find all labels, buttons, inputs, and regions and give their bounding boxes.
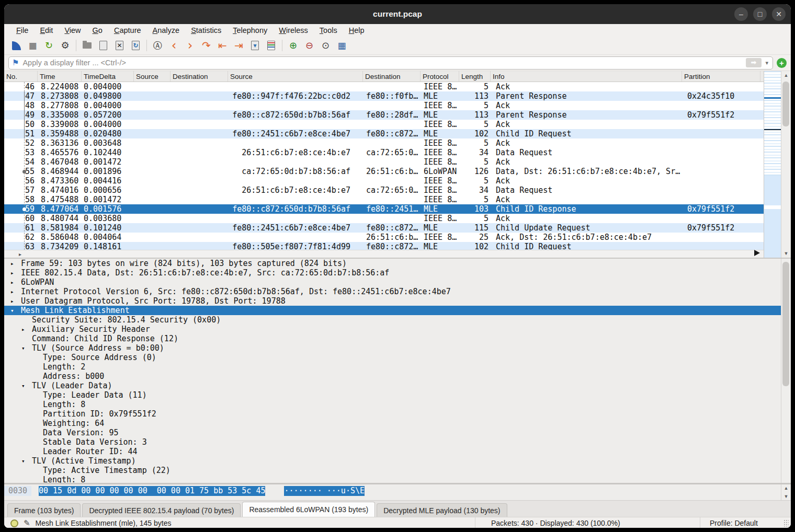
bookmark-icon[interactable]: ⚑ xyxy=(12,59,19,67)
hex-ascii-selected[interactable]: ········ ···u·S\E xyxy=(284,486,365,496)
detail-row[interactable]: ▸User Datagram Protocol, Src Port: 19788… xyxy=(4,296,781,306)
detail-row[interactable]: Type: Source Address (0) xyxy=(4,353,781,362)
scroll-down-icon[interactable]: ▼ xyxy=(781,251,791,256)
packet-row-50[interactable]: 508.3390080.004000IEEE 8…5Ack xyxy=(4,120,764,129)
byte-tab-active[interactable]: Reassembled 6LoWPAN (193 bytes) xyxy=(242,502,375,517)
stop-capture-button[interactable]: ■ xyxy=(25,38,41,53)
column-header-dst[interactable]: Destination xyxy=(363,71,421,82)
go-to-packet-button[interactable]: ↷ xyxy=(198,38,214,53)
packet-row-51[interactable]: 518.3594880.020480fe80::2451:c6b7:e8ce:4… xyxy=(4,129,764,138)
packet-row-63[interactable]: 638.7342090.148161fe80::505e:f807:7f81:4… xyxy=(4,242,764,250)
detail-row[interactable]: Partition ID: 0x79f551f2 xyxy=(4,409,781,419)
expanded-twisty-icon[interactable]: ▾ xyxy=(21,343,32,353)
packet-row-59[interactable]: 598.4770640.001576fe80::c872:650d:b7b8:5… xyxy=(4,204,764,214)
detail-row[interactable]: ▸Auxiliary Security Header xyxy=(4,325,781,334)
collapsed-twisty-icon[interactable]: ▸ xyxy=(10,259,21,268)
byte-tab[interactable]: Frame (103 bytes) xyxy=(7,503,81,517)
maximize-button[interactable]: □ xyxy=(753,7,767,21)
column-header-dst15[interactable]: Destination xyxy=(171,71,228,82)
scrollbar-thumb[interactable] xyxy=(782,82,789,126)
minimize-button[interactable]: – xyxy=(734,7,748,21)
detail-row[interactable]: ▾TLV (Source Address = b0:00) xyxy=(4,343,781,353)
byte-tab[interactable]: Decrypted IEEE 802.15.4 payload (70 byte… xyxy=(82,503,241,517)
detail-row[interactable]: Stable Data Version: 3 xyxy=(4,437,781,447)
packet-row-58[interactable]: 588.4754880.001472IEEE 8…5Ack xyxy=(4,195,764,204)
menu-capture[interactable]: Capture xyxy=(108,26,147,35)
detail-vscrollbar[interactable] xyxy=(781,259,791,483)
find-packet-button[interactable]: Ⓐ xyxy=(150,38,166,53)
scrollbar-thumb[interactable] xyxy=(782,262,789,386)
collapsed-twisty-icon[interactable]: ▸ xyxy=(21,325,32,334)
packet-list-hscrollbar[interactable]: ▸ xyxy=(4,250,764,258)
close-file-button[interactable]: ✕ xyxy=(111,38,128,53)
packet-row-54[interactable]: 548.4670480.001472IEEE 8…5Ack xyxy=(4,157,764,167)
menu-go[interactable]: Go xyxy=(87,26,108,35)
detail-row[interactable]: Length: 8 xyxy=(4,475,781,483)
detail-row[interactable]: Type: Active Timestamp (22) xyxy=(4,466,781,475)
packet-row-61[interactable]: 618.5819840.101240fe80::2451:c6b7:e8ce:4… xyxy=(4,223,764,233)
detail-row[interactable]: Address: b000 xyxy=(4,372,781,381)
resize-columns-button[interactable]: ▦ xyxy=(334,38,350,53)
column-header-info[interactable]: Info xyxy=(491,71,682,82)
colorize-packets-button[interactable] xyxy=(263,38,279,53)
collapsed-twisty-icon[interactable]: ▸ xyxy=(10,268,21,277)
capture-options-button[interactable]: ⚙ xyxy=(57,38,73,53)
resize-grip[interactable] xyxy=(783,519,789,527)
hex-bytes-selected[interactable]: 00 15 0d 00 00 00 00 00 00 00 01 75 bb 5… xyxy=(39,486,265,496)
column-header-len[interactable]: Length xyxy=(459,71,491,82)
column-header-delta[interactable]: TimeDelta xyxy=(82,71,134,82)
column-header-src[interactable]: Source xyxy=(228,71,363,82)
capture-comment-icon[interactable]: ✎ xyxy=(24,518,30,528)
hex-vscrollbar[interactable]: ▲ ▼ xyxy=(781,484,791,500)
collapsed-twisty-icon[interactable]: ▸ xyxy=(10,277,21,287)
zoom-original-button[interactable]: ⊙ xyxy=(317,38,334,53)
zoom-out-button[interactable]: ⊖ xyxy=(301,38,317,53)
detail-row[interactable]: ▸6LoWPAN xyxy=(4,277,781,287)
detail-row[interactable]: Length: 2 xyxy=(4,362,781,372)
menu-tools[interactable]: Tools xyxy=(314,26,343,35)
packet-row-46[interactable]: 468.2240080.004000IEEE 8…5Ack xyxy=(4,82,764,91)
expert-info-icon[interactable] xyxy=(10,519,18,527)
byte-tab[interactable]: Decrypted MLE payload (130 bytes) xyxy=(377,503,507,517)
packet-row-49[interactable]: 498.3350080.057200fe80::c872:650d:b7b8:5… xyxy=(4,110,764,120)
packet-row-60[interactable]: 608.4807440.003680IEEE 8…5Ack xyxy=(4,214,764,223)
packet-row-47[interactable]: 478.2738080.049800fe80::947f:f476:22bc:c… xyxy=(4,91,764,101)
packet-row-57[interactable]: 578.4740160.00065626:51:c6:b7:e8:ce:4b:e… xyxy=(4,186,764,195)
packet-row-62[interactable]: 628.5860480.00406426:51:c6:b…IEEE 8…25Ac… xyxy=(4,233,764,242)
menu-telephony[interactable]: Telephony xyxy=(227,26,273,35)
detail-row[interactable]: Length: 8 xyxy=(4,400,781,409)
expanded-twisty-icon[interactable]: ▾ xyxy=(21,381,32,390)
go-forward-button[interactable]: › xyxy=(182,38,198,53)
hex-row[interactable]: 0030 00 15 0d 00 00 00 00 00 00 00 01 75… xyxy=(4,484,781,500)
scroll-up-icon[interactable]: ▲ xyxy=(781,485,791,491)
detail-row[interactable]: ▸Frame 59: 103 bytes on wire (824 bits),… xyxy=(4,259,781,268)
start-capture-button[interactable] xyxy=(8,38,25,53)
detail-row[interactable]: ▾TLV (Active Timestamp) xyxy=(4,456,781,466)
menu-view[interactable]: View xyxy=(59,26,86,35)
packet-row-56[interactable]: 568.4733600.004416IEEE 8…5Ack xyxy=(4,176,764,186)
status-profile[interactable]: Profile: Default xyxy=(700,517,783,528)
filter-dropdown-icon[interactable]: ▾ xyxy=(765,60,769,66)
column-header-part[interactable]: Partition xyxy=(682,71,760,82)
collapsed-twisty-icon[interactable]: ▸ xyxy=(10,287,21,296)
menu-help[interactable]: Help xyxy=(343,26,370,35)
open-file-button[interactable] xyxy=(79,38,95,53)
detail-row[interactable]: ▾TLV (Leader Data) xyxy=(4,381,781,390)
detail-row[interactable]: ▸IEEE 802.15.4 Data, Dst: 26:51:c6:b7:e8… xyxy=(4,268,781,277)
display-filter-input[interactable]: ⚑ Apply a display filter ... <Ctrl-/> ➡ … xyxy=(8,56,773,70)
close-button[interactable]: ✕ xyxy=(772,7,786,21)
packet-row-52[interactable]: 528.3631360.003648IEEE 8…5Ack xyxy=(4,138,764,148)
detail-row[interactable]: Leader Router ID: 44 xyxy=(4,447,781,456)
hscroll-arrow-icon[interactable]: ▸ xyxy=(19,251,21,257)
menu-wireless[interactable]: Wireless xyxy=(273,26,314,35)
save-file-button[interactable] xyxy=(95,38,111,53)
detail-row[interactable]: Security Suite: 802.15.4 Security (0x00) xyxy=(4,315,781,325)
column-header-proto[interactable]: Protocol xyxy=(421,71,459,82)
packet-row-55[interactable]: 558.4689440.001896ca:72:65:0d:b7:b8:56:a… xyxy=(4,167,764,176)
restart-capture-button[interactable]: ↻ xyxy=(41,38,57,53)
go-back-button[interactable]: ‹ xyxy=(166,38,182,53)
menu-file[interactable]: File xyxy=(10,26,34,35)
expanded-twisty-icon[interactable]: ▾ xyxy=(10,306,21,315)
menu-analyze[interactable]: Analyze xyxy=(147,26,186,35)
packet-row-48[interactable]: 488.2778080.004000IEEE 8…5Ack xyxy=(4,101,764,110)
